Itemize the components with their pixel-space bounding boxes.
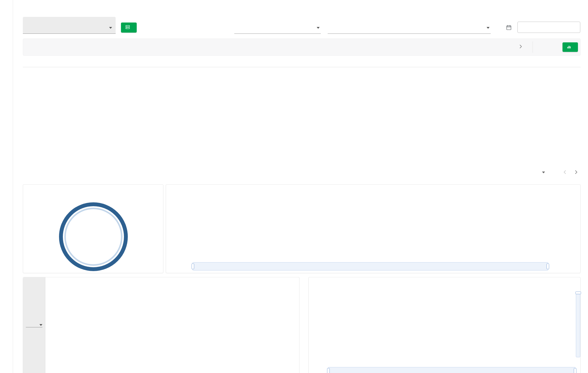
zoom-handle-left[interactable] <box>327 368 330 373</box>
exec-times-stats-card <box>308 277 581 373</box>
next-page-icon[interactable] <box>573 169 579 176</box>
zoom-handle-left[interactable] <box>192 264 194 269</box>
daily-bar-chart <box>166 195 581 262</box>
disconnect-button[interactable] <box>121 23 137 33</box>
col-started <box>287 58 409 67</box>
tasks-filter-select[interactable] <box>328 15 491 34</box>
tac-server-select[interactable] <box>23 17 116 34</box>
divider <box>533 41 533 53</box>
rows-per-page-select[interactable] <box>540 172 545 173</box>
pagination <box>23 167 581 178</box>
col-status <box>246 58 287 67</box>
chevron-down-icon <box>109 25 112 30</box>
status-donut-chart <box>59 202 128 271</box>
top-avg-times-card <box>23 277 299 373</box>
status-distribution-card <box>23 184 163 273</box>
date-range-input[interactable] <box>517 22 580 33</box>
app-root <box>0 0 588 373</box>
vertical-zoom-slider[interactable] <box>576 292 580 357</box>
exec-times-boxplot <box>309 277 581 373</box>
executions-table <box>23 58 581 67</box>
analysis-types-bar <box>23 39 581 56</box>
zoom-slider-shadow <box>193 262 548 270</box>
daily-zoom-slider[interactable] <box>192 262 548 270</box>
top-avg-bar-chart <box>23 293 300 373</box>
col-project <box>23 58 88 67</box>
col-duration <box>528 58 565 67</box>
col-ended <box>409 58 528 67</box>
analysis-options <box>92 39 516 55</box>
sidebar <box>0 0 13 373</box>
col-task <box>88 58 168 67</box>
chevron-down-icon <box>542 172 545 173</box>
table-header <box>23 58 581 67</box>
daily-status-card <box>166 184 581 273</box>
analyse-button[interactable] <box>562 42 578 52</box>
scroll-right-icon[interactable] <box>517 43 524 51</box>
bar-chart-icon <box>567 44 571 50</box>
prev-page-icon[interactable] <box>562 169 568 176</box>
disconnect-icon <box>125 25 130 31</box>
col-job <box>168 58 246 67</box>
zoom-handle-right[interactable] <box>546 264 549 269</box>
chevron-down-icon <box>317 25 320 30</box>
col-logs <box>565 58 581 67</box>
calendar-icon[interactable] <box>504 23 514 32</box>
boxplot-zoom-slider[interactable] <box>328 367 576 373</box>
zoom-handle-right[interactable] <box>574 368 576 373</box>
chevron-down-icon <box>487 25 490 30</box>
projects-filter-select[interactable] <box>234 15 321 34</box>
zoom-handle-top[interactable] <box>575 292 581 294</box>
